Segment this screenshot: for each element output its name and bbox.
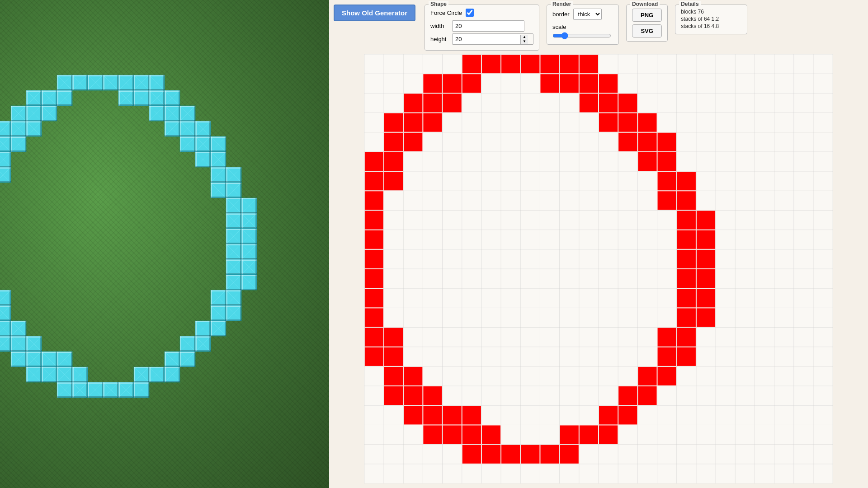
- svg-rect-120: [658, 367, 676, 385]
- svg-rect-102: [697, 269, 715, 288]
- svg-rect-134: [462, 425, 481, 444]
- svg-rect-85: [384, 172, 403, 190]
- stacks16-row: stacks of 16 4.8: [681, 23, 741, 29]
- show-old-generator-button[interactable]: Show Old Generator: [334, 5, 415, 21]
- svg-rect-107: [677, 308, 696, 327]
- svg-rect-51: [501, 55, 520, 73]
- svg-rect-73: [618, 113, 637, 132]
- svg-rect-53: [540, 55, 559, 73]
- svg-rect-54: [560, 55, 579, 73]
- svg-rect-63: [404, 94, 422, 112]
- svg-rect-122: [404, 386, 422, 405]
- blocks-row: blocks 76: [681, 9, 741, 15]
- svg-rect-127: [423, 406, 442, 424]
- svg-rect-56: [423, 74, 442, 93]
- svg-rect-52: [521, 55, 539, 73]
- force-circle-checkbox[interactable]: [466, 9, 474, 17]
- svg-rect-144: [560, 445, 579, 464]
- download-png-button[interactable]: PNG: [632, 9, 662, 22]
- svg-rect-118: [404, 367, 422, 385]
- svg-rect-139: [462, 445, 481, 464]
- svg-rect-96: [697, 230, 715, 249]
- pixel-grid-area: [334, 54, 863, 483]
- right-panel: Show Old Generator Shape Force Circle wi…: [329, 0, 868, 488]
- pixel-grid-svg: [334, 54, 863, 483]
- svg-rect-67: [599, 94, 618, 112]
- svg-rect-66: [580, 94, 598, 112]
- svg-rect-143: [540, 445, 559, 464]
- svg-rect-100: [365, 269, 383, 288]
- svg-rect-101: [677, 269, 696, 288]
- height-input[interactable]: [453, 34, 520, 44]
- svg-rect-91: [365, 211, 383, 229]
- shape-box-label: Shape: [429, 1, 448, 7]
- svg-rect-86: [658, 172, 676, 190]
- svg-rect-123: [423, 386, 442, 405]
- svg-rect-76: [404, 133, 422, 151]
- svg-rect-131: [618, 406, 637, 424]
- force-circle-label: Force Circle: [430, 9, 462, 16]
- shape-control-box: Shape Force Circle width height ▲ ▼: [425, 5, 539, 51]
- svg-rect-113: [365, 347, 383, 366]
- svg-rect-140: [482, 445, 500, 464]
- download-control-box: Download PNG SVG: [626, 5, 668, 42]
- svg-rect-111: [658, 328, 676, 347]
- border-label: border: [552, 11, 570, 18]
- svg-rect-133: [443, 425, 462, 444]
- svg-rect-89: [658, 191, 676, 210]
- svg-rect-62: [599, 74, 618, 93]
- svg-rect-104: [677, 289, 696, 307]
- svg-rect-129: [462, 406, 481, 424]
- svg-rect-135: [482, 425, 500, 444]
- circle-preview-canvas: [0, 0, 329, 488]
- svg-rect-142: [521, 445, 539, 464]
- svg-rect-137: [580, 425, 598, 444]
- svg-rect-49: [462, 55, 481, 73]
- svg-rect-105: [697, 289, 715, 307]
- height-input-wrap: ▲ ▼: [452, 33, 533, 45]
- svg-rect-72: [599, 113, 618, 132]
- svg-rect-114: [384, 347, 403, 366]
- svg-rect-125: [638, 386, 656, 405]
- svg-rect-58: [462, 74, 481, 93]
- height-down-button[interactable]: ▼: [521, 39, 528, 44]
- svg-rect-84: [365, 172, 383, 190]
- svg-rect-136: [560, 425, 579, 444]
- border-select[interactable]: thick thin none: [573, 9, 602, 20]
- width-input[interactable]: [452, 20, 524, 32]
- preview-panel: [0, 0, 329, 488]
- svg-rect-50: [482, 55, 500, 73]
- download-box-label: Download: [630, 1, 660, 7]
- download-svg-button[interactable]: SVG: [632, 24, 662, 38]
- controls-row: Shape Force Circle width height ▲ ▼: [425, 5, 747, 51]
- svg-rect-81: [384, 152, 403, 171]
- scale-row: scale: [552, 23, 613, 41]
- svg-rect-138: [599, 425, 618, 444]
- svg-rect-60: [560, 74, 579, 93]
- render-control-box: Render border thick thin none scale: [547, 5, 619, 45]
- svg-rect-141: [501, 445, 520, 464]
- svg-rect-116: [677, 347, 696, 366]
- svg-rect-110: [384, 328, 403, 347]
- height-up-button[interactable]: ▲: [521, 35, 528, 39]
- svg-rect-68: [618, 94, 637, 112]
- svg-rect-108: [697, 308, 715, 327]
- svg-rect-93: [697, 211, 715, 229]
- svg-rect-130: [599, 406, 618, 424]
- svg-rect-124: [618, 386, 637, 405]
- svg-rect-97: [365, 250, 383, 268]
- svg-rect-117: [384, 367, 403, 385]
- svg-rect-78: [638, 133, 656, 151]
- height-label: height: [430, 36, 448, 42]
- svg-rect-99: [697, 250, 715, 268]
- width-label: width: [430, 23, 448, 29]
- svg-rect-115: [658, 347, 676, 366]
- height-spinner: ▲ ▼: [520, 35, 528, 44]
- svg-rect-61: [580, 74, 598, 93]
- scale-slider[interactable]: [552, 32, 611, 39]
- svg-rect-119: [638, 367, 656, 385]
- stacks64-row: stacks of 64 1.2: [681, 16, 741, 22]
- svg-rect-82: [638, 152, 656, 171]
- svg-rect-95: [677, 230, 696, 249]
- svg-rect-98: [677, 250, 696, 268]
